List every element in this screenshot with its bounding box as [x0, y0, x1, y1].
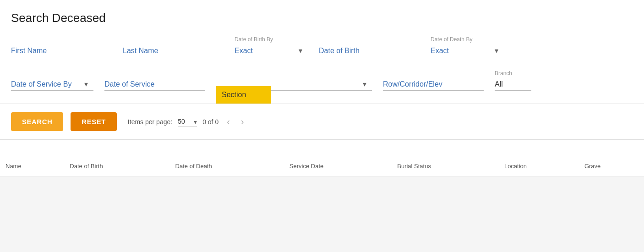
page-info: 0 of 0: [202, 118, 218, 126]
reset-button[interactable]: RESET: [71, 112, 117, 131]
items-per-page-label: Items per page:: [128, 118, 172, 126]
dodeath-by-field: Date of Death By Exact Range Year Only ▾: [431, 36, 504, 57]
col-name: Name: [0, 156, 64, 176]
row-corridor-input[interactable]: [383, 78, 484, 91]
page-title: Search Deceased: [11, 11, 633, 25]
table-section: Name Date of Birth Date of Death Service…: [0, 156, 644, 176]
per-page-select[interactable]: 10 25 50 100: [178, 117, 197, 126]
dob-input[interactable]: [319, 45, 420, 57]
dob-by-select[interactable]: Exact Range Year Only: [235, 47, 308, 55]
search-button[interactable]: SEARCH: [11, 112, 63, 131]
dob-field: [319, 45, 420, 57]
pagination-area: Items per page: 10 25 50 100 ▾ 0 of 0 ‹ …: [128, 115, 247, 128]
divider-2: [0, 139, 644, 140]
first-name-input[interactable]: [11, 45, 112, 57]
branch-field: Branch All: [495, 70, 531, 91]
last-name-input[interactable]: [123, 45, 224, 57]
col-service-date: Service Date: [284, 156, 392, 176]
col-grave: Grave: [579, 156, 644, 176]
dodeath-value-field: [515, 45, 588, 57]
action-row: SEARCH RESET Items per page: 10 25 50 10…: [11, 104, 633, 139]
prev-page-button[interactable]: ‹: [224, 115, 233, 128]
dos-by-select[interactable]: Date of Service By: [11, 80, 93, 88]
dob-by-field: Date of Birth By Exact Range Year Only ▾: [235, 36, 308, 57]
table-header: Name Date of Birth Date of Death Service…: [0, 156, 644, 176]
dos-input[interactable]: [104, 78, 205, 91]
dodeath-by-select[interactable]: Exact Range Year Only: [431, 47, 504, 55]
form-row-2: Date of Service By ▾ Section ▾: [11, 70, 633, 91]
dodeath-by-label: Date of Death By: [431, 36, 504, 43]
dos-field: [104, 78, 205, 91]
section-field: Section ▾: [216, 78, 372, 91]
section-highlight: Section: [216, 86, 271, 104]
section-label: Section: [222, 91, 246, 99]
col-location: Location: [499, 156, 579, 176]
next-page-button[interactable]: ›: [238, 115, 247, 128]
first-name-field: [11, 45, 112, 57]
col-dod: Date of Death: [170, 156, 284, 176]
table-header-row: Name Date of Birth Date of Death Service…: [0, 156, 644, 176]
per-page-wrapper: 10 25 50 100 ▾: [178, 117, 197, 126]
dos-by-field: Date of Service By ▾: [11, 78, 93, 91]
branch-value: All: [495, 78, 531, 91]
branch-label: Branch: [495, 70, 531, 77]
dodeath-input[interactable]: [515, 45, 588, 57]
form-row-1: Date of Birth By Exact Range Year Only ▾…: [11, 36, 633, 57]
last-name-field: [123, 45, 224, 57]
col-burial-status: Burial Status: [392, 156, 499, 176]
results-table: Name Date of Birth Date of Death Service…: [0, 156, 644, 176]
col-dob: Date of Birth: [64, 156, 169, 176]
row-corridor-field: [383, 78, 484, 91]
dob-by-label: Date of Birth By: [235, 36, 308, 43]
